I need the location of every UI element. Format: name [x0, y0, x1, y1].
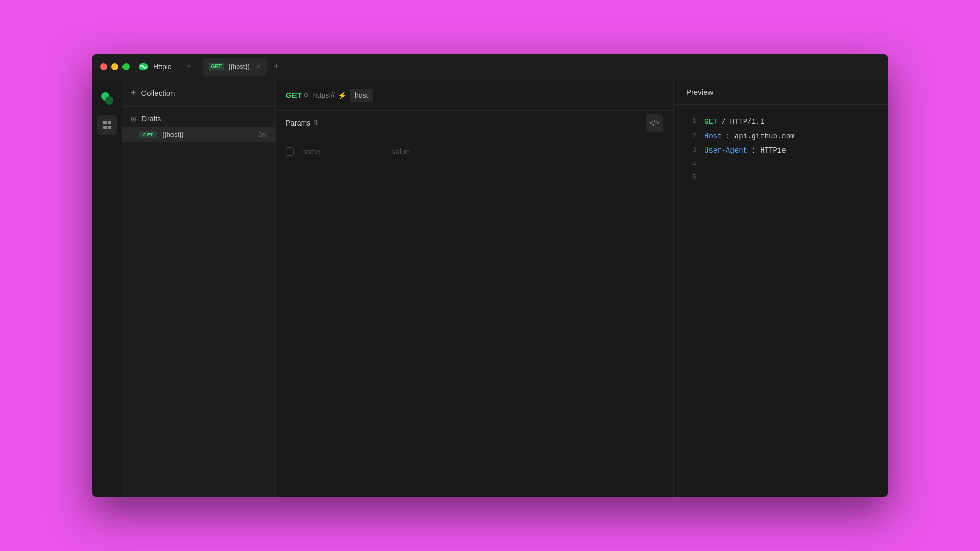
- line-content-3: User-Agent : HTTPie: [704, 143, 786, 158]
- sidebar-logo-button[interactable]: [97, 88, 117, 109]
- params-label: Params ⇅: [286, 119, 318, 127]
- collection-header: + Collection: [122, 80, 275, 107]
- request-item[interactable]: GET {{host}} 5m: [122, 127, 275, 142]
- method-selector[interactable]: GET ⬡: [286, 91, 308, 99]
- icon-sidebar: [92, 80, 122, 497]
- request-area: GET ⬡ https:// ⚡ host Params ⇅ </>: [276, 80, 674, 497]
- minimize-button[interactable]: [111, 63, 118, 70]
- tab-host[interactable]: GET {{host}} ✕: [203, 58, 267, 76]
- svg-rect-5: [103, 126, 107, 129]
- colon-2: :: [751, 146, 760, 155]
- app-window: Httpie + GET {{host}} ✕ +: [92, 54, 888, 497]
- line-content-1: GET / HTTP/1.1: [704, 115, 765, 129]
- code-view-button[interactable]: </>: [646, 114, 663, 132]
- add-collection-button[interactable]: +: [131, 88, 136, 98]
- preview-line-3: 3 User-Agent : HTTPie: [686, 143, 876, 158]
- tab-close-icon[interactable]: ✕: [256, 63, 261, 70]
- preview-line-1: 1 GET / HTTP/1.1: [686, 115, 876, 129]
- line-number-3: 3: [686, 143, 696, 158]
- param-checkbox[interactable]: [286, 147, 294, 156]
- main-content: + Collection ⊞ Drafts GET {{host}} 5m: [92, 80, 888, 497]
- sort-icon: ⇅: [313, 119, 318, 127]
- app-logo-area: Httpie: [138, 61, 172, 72]
- line-number-5: 5: [686, 171, 696, 184]
- url-prefix: https://: [313, 91, 335, 99]
- preview-line-5: 5: [686, 171, 876, 184]
- host-label: Host: [704, 132, 722, 140]
- preview-body: 1 GET / HTTP/1.1 2 Host : api.github.com: [674, 105, 888, 194]
- svg-rect-3: [103, 121, 107, 124]
- request-name: {{host}}: [162, 131, 253, 138]
- httpie-logo-icon: [100, 91, 114, 106]
- slash: /: [722, 118, 730, 126]
- collection-body: ⊞ Drafts GET {{host}} 5m: [122, 107, 275, 497]
- params-bar: Params ⇅ </>: [276, 111, 673, 135]
- code-icon: </>: [649, 119, 659, 127]
- param-name-field[interactable]: name: [302, 147, 384, 156]
- param-value-field[interactable]: value: [392, 147, 409, 156]
- new-tab-button[interactable]: +: [182, 60, 197, 74]
- keyword-get: GET: [704, 118, 717, 126]
- app-title: Httpie: [153, 63, 172, 71]
- url-bar: GET ⬡ https:// ⚡ host: [276, 80, 673, 111]
- add-tab-button[interactable]: +: [269, 60, 283, 74]
- grid-icon-button[interactable]: [97, 115, 117, 135]
- line-number-1: 1: [686, 115, 696, 129]
- preview-header: Preview: [674, 80, 888, 105]
- svg-rect-6: [108, 126, 111, 129]
- close-button[interactable]: [100, 63, 107, 70]
- collection-title: Collection: [141, 89, 175, 97]
- url-input[interactable]: https:// ⚡ host: [313, 89, 663, 102]
- preview-line-2: 2 Host : api.github.com: [686, 129, 876, 143]
- http-version: HTTP/1.1: [730, 118, 764, 126]
- line-number-4: 4: [686, 158, 696, 171]
- tab-name: {{host}}: [228, 63, 250, 70]
- colon-1: :: [726, 132, 734, 140]
- collection-panel: + Collection ⊞ Drafts GET {{host}} 5m: [122, 80, 276, 497]
- host-value: api.github.com: [734, 132, 795, 140]
- window-controls: [100, 63, 130, 70]
- folder-name: Drafts: [142, 115, 161, 123]
- params-table: name value: [276, 135, 673, 168]
- url-host-value: host: [350, 89, 373, 102]
- tab-method-badge: GET: [209, 63, 225, 70]
- line-content-2: Host : api.github.com: [704, 129, 794, 143]
- grid-icon: [102, 120, 112, 130]
- lightning-icon: ⚡: [338, 91, 347, 99]
- line-number-2: 2: [686, 129, 696, 143]
- preview-title: Preview: [686, 88, 713, 96]
- request-method-badge: GET: [139, 131, 157, 138]
- preview-panel: Preview 1 GET / HTTP/1.1 2 Host: [674, 80, 888, 497]
- svg-rect-4: [108, 121, 111, 124]
- preview-line-4: 4: [686, 158, 876, 171]
- folder-icon: ⊞: [131, 115, 137, 123]
- drafts-folder[interactable]: ⊞ Drafts: [122, 111, 275, 127]
- svg-point-2: [105, 96, 113, 105]
- title-bar: Httpie + GET {{host}} ✕ +: [92, 54, 888, 80]
- param-row: name value: [286, 143, 663, 160]
- method-label: GET: [286, 91, 302, 99]
- tabs-area: GET {{host}} ✕ +: [203, 58, 888, 76]
- user-agent-label: User-Agent: [704, 146, 747, 155]
- maximize-button[interactable]: [122, 63, 130, 70]
- method-dropdown-icon: ⬡: [304, 92, 308, 98]
- request-time: 5m: [258, 131, 267, 138]
- app-logo-icon: [138, 61, 149, 72]
- user-agent-value: HTTPie: [760, 146, 786, 155]
